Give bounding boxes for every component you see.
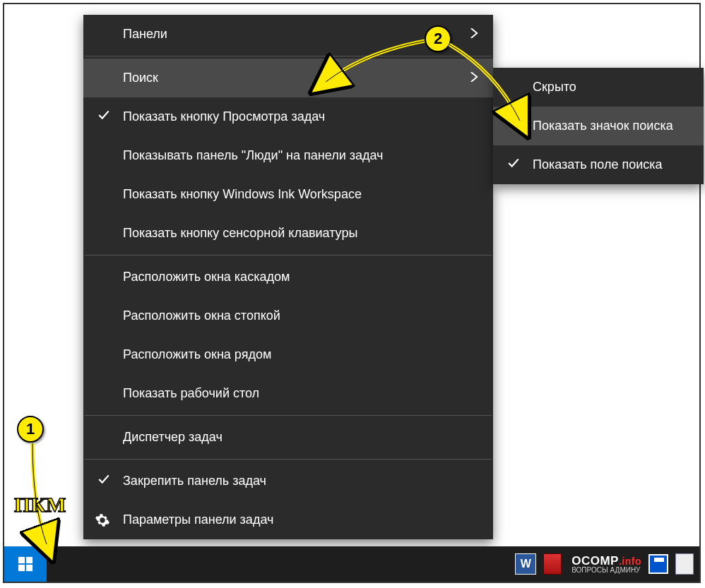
menu-label: Поиск <box>123 71 158 85</box>
menu-item-side-by-side[interactable]: Расположить окна рядом <box>83 335 493 374</box>
svg-rect-0 <box>18 557 25 563</box>
gear-icon <box>95 512 110 528</box>
menu-label: Закрепить панель задач <box>123 474 266 488</box>
word-letter: W <box>521 558 531 570</box>
badge-number: 1 <box>26 420 35 438</box>
annotation-badge-1: 1 <box>17 416 44 443</box>
menu-label: Диспетчер задач <box>123 430 223 445</box>
annotation-arrow-2-left <box>315 38 435 95</box>
menu-item-people[interactable]: Показывать панель "Люди" на панели задач <box>83 136 493 175</box>
menu-item-lock-taskbar[interactable]: Закрепить панель задач <box>83 462 493 500</box>
menu-label: Расположить окна каскадом <box>123 270 290 284</box>
menu-item-taskbar-settings[interactable]: Параметры панели задач <box>83 500 493 539</box>
tray-floppy-icon[interactable] <box>648 554 668 574</box>
taskbar-tray: W OCOMP.info ВОПРОСЫ АДМИНУ <box>515 546 694 582</box>
ocomp-tagline: ВОПРОСЫ АДМИНУ <box>571 567 641 574</box>
menu-label: Параметры панели задач <box>123 512 273 527</box>
check-icon <box>96 473 112 489</box>
menu-item-task-manager[interactable]: Диспетчер задач <box>83 418 493 457</box>
menu-label: Показать рабочий стол <box>123 386 259 401</box>
check-icon <box>96 109 112 125</box>
check-icon <box>506 157 521 173</box>
annotation-arrow-2-right <box>446 43 538 135</box>
annotation-pkm-label: ПКМ <box>14 493 66 517</box>
submenu-item-show-box[interactable]: Показать поле поиска <box>493 145 704 184</box>
menu-item-task-view[interactable]: Показать кнопку Просмотра задач <box>83 97 493 136</box>
menu-separator <box>85 415 492 416</box>
menu-label: Расположить окна рядом <box>123 347 271 362</box>
tray-word-icon[interactable]: W <box>515 553 536 575</box>
svg-rect-2 <box>18 565 25 571</box>
menu-item-cascade[interactable]: Расположить окна каскадом <box>83 258 493 296</box>
ocomp-logo: OCOMP.info ВОПРОСЫ АДМИНУ <box>571 555 641 574</box>
menu-separator <box>85 459 492 460</box>
taskbar: W OCOMP.info ВОПРОСЫ АДМИНУ <box>4 546 699 582</box>
menu-label: Панели <box>123 27 167 42</box>
tray-book-icon[interactable] <box>543 553 562 575</box>
windows-logo-icon <box>18 556 33 572</box>
menu-item-show-desktop[interactable]: Показать рабочий стол <box>83 374 493 413</box>
menu-label: Расположить окна стопкой <box>123 308 280 323</box>
menu-item-touch-keyboard[interactable]: Показать кнопку сенсорной клавиатуры <box>83 214 493 253</box>
tray-doc-icon[interactable] <box>675 553 694 575</box>
menu-label: Показывать панель "Люди" на панели задач <box>123 148 383 163</box>
menu-separator <box>85 255 492 256</box>
menu-item-ink[interactable]: Показать кнопку Windows Ink Workspace <box>83 175 493 214</box>
svg-rect-1 <box>26 557 32 563</box>
menu-label: Показать кнопку Windows Ink Workspace <box>123 187 362 202</box>
menu-item-stacked[interactable]: Расположить окна стопкой <box>83 296 493 335</box>
menu-label: Показать кнопку Просмотра задач <box>123 109 325 124</box>
svg-rect-3 <box>26 565 32 571</box>
ocomp-info: .info <box>619 556 641 567</box>
menu-label: Скрыто <box>533 80 576 95</box>
menu-label: Показать кнопку сенсорной клавиатуры <box>123 226 357 241</box>
menu-label: Показать поле поиска <box>533 157 663 172</box>
ocomp-text: OCOMP <box>571 554 619 568</box>
chevron-right-icon <box>461 27 479 42</box>
menu-label: Показать значок поиска <box>533 119 673 133</box>
